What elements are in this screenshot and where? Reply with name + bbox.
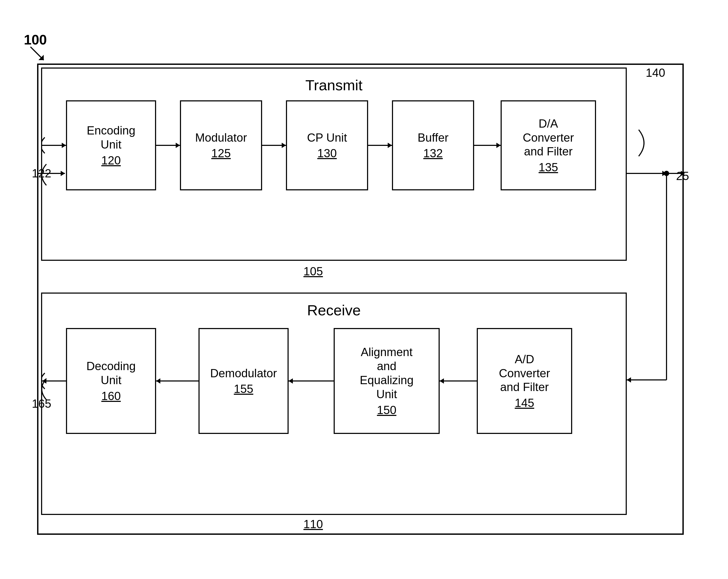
transmit-label: Transmit [42,77,626,94]
demodulator-title: Demodulator [210,366,277,381]
transmit-number: 105 [304,265,323,278]
demodulator-block: Demodulator 155 [199,328,289,434]
ad-converter-title: A/DConverterand Filter [499,352,550,394]
svg-marker-13 [440,378,444,384]
da-converter-title: D/AConverterand Filter [523,117,574,159]
svg-marker-5 [176,143,180,148]
receive-number: 110 [304,518,323,531]
alignment-unit-block: AlignmentandEqualizingUnit 150 [334,328,440,434]
modulator-title: Modulator [195,131,247,145]
cp-unit-number: 130 [317,147,337,160]
diagram-container: 100 Transmit EncodingUnit 120 Modulator … [21,32,705,551]
alignment-unit-number: 150 [377,404,396,417]
da-converter-block: D/AConverterand Filter 135 [501,100,596,190]
svg-marker-17 [156,378,160,384]
buffer-title: Buffer [418,131,449,145]
encoding-unit-number: 120 [101,154,121,167]
cp-unit-title: CP Unit [307,131,347,145]
alignment-unit-title: AlignmentandEqualizingUnit [360,345,413,401]
demodulator-number: 155 [234,382,253,395]
buffer-number: 132 [423,147,443,160]
channel-ref-label: 140 [646,66,665,79]
svg-marker-9 [388,143,392,148]
svg-marker-11 [496,143,501,148]
modulator-block: Modulator 125 [180,100,262,190]
decoding-unit-number: 160 [101,389,121,403]
svg-marker-7 [282,143,286,148]
encoding-unit-title: EncodingUnit [87,123,135,152]
decoding-unit-block: DecodingUnit 160 [66,328,156,434]
svg-marker-15 [289,378,293,384]
ad-converter-number: 145 [515,396,534,410]
receive-section: Receive DecodingUnit 160 Demodulator 155… [41,293,627,515]
decoding-unit-title: DecodingUnit [86,359,136,387]
svg-marker-24 [662,171,667,176]
figure-label: 100 [24,32,47,48]
svg-point-25 [664,171,669,176]
buffer-block: Buffer 132 [392,100,474,190]
modulator-number: 125 [211,147,231,160]
svg-marker-3 [62,143,66,148]
output2-ref-label: 165 [32,397,51,410]
outer-box: Transmit EncodingUnit 120 Modulator 125 … [37,63,684,535]
transmit-section: Transmit EncodingUnit 120 Modulator 125 … [41,67,627,261]
ad-converter-block: A/DConverterand Filter 145 [477,328,572,434]
svg-marker-23 [627,377,631,383]
svg-marker-19 [42,378,46,384]
cp-unit-block: CP Unit 130 [286,100,368,190]
encoding-unit-block: EncodingUnit 120 [66,100,156,190]
receive-label: Receive [42,302,626,319]
input-ref-label: 122 [32,167,51,180]
da-converter-number: 135 [539,161,558,174]
figure-arrow [29,46,45,61]
output-ref-label: 25 [676,169,689,183]
